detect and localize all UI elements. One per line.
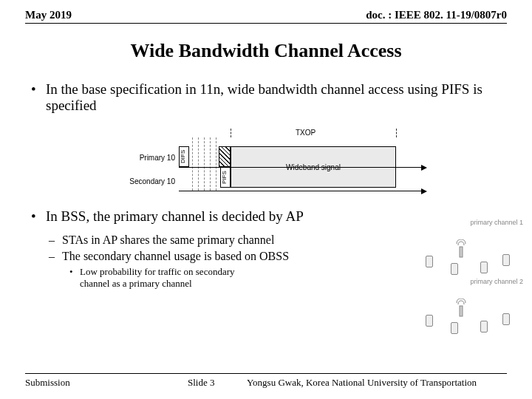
txop-tick-right	[396, 129, 397, 137]
bullet-sub-1: – STAs in AP shares the same primary cha…	[49, 233, 356, 247]
bullet-main-1-text: In the base specification in 11n, wide b…	[46, 81, 510, 114]
guide-line	[204, 137, 205, 191]
slide-footer: Submission Slide 3 Yongsu Gwak, Korea Na…	[0, 377, 532, 389]
secondary-channel-label: Secondary 10	[116, 177, 175, 185]
slide-header: May 2019 doc. : IEEE 802. 11-19/0807r0	[0, 0, 532, 23]
station-icon	[480, 262, 488, 273]
station-icon	[426, 256, 433, 267]
station-icon	[451, 263, 458, 275]
bullet-sub-1-text: STAs in AP shares the same primary chann…	[62, 233, 274, 247]
difs-box: DIFS	[179, 146, 189, 167]
station-icon	[480, 321, 488, 332]
footer-submission: Submission	[25, 377, 188, 389]
arrow-right-icon	[421, 188, 427, 194]
station-icon	[502, 313, 510, 325]
time-axis-primary	[179, 167, 423, 168]
bullet-main-2: • In BSS, the primary channel is decided…	[31, 208, 510, 225]
network-illustration: primary channel 1 primary channel 2	[415, 226, 522, 352]
txop-label: TXOP	[296, 129, 316, 137]
header-date: May 2019	[25, 9, 72, 21]
guide-line	[198, 137, 199, 191]
guide-line	[192, 137, 193, 191]
primary-channel-2-label: primary channel 2	[470, 278, 523, 285]
time-axis-secondary	[179, 191, 423, 191]
ap-icon	[455, 239, 467, 259]
station-icon	[426, 315, 433, 327]
bullet-sub-2-text: The secondary channel usage is based on …	[62, 250, 289, 263]
network-row-2: primary channel 2	[415, 285, 522, 332]
guide-line	[216, 137, 216, 191]
primary-channel-1-label: primary channel 1	[470, 219, 523, 226]
slide-title: Wide Bandwidth Channel Access	[0, 40, 532, 62]
network-row-1: primary channel 1	[415, 226, 522, 273]
footer-author: Yongsu Gwak, Korea National University o…	[247, 377, 507, 389]
bullet-main-2-text: In BSS, the primary channel is decided b…	[46, 208, 304, 225]
guide-line	[210, 137, 211, 191]
ap-icon	[455, 299, 467, 318]
header-docid: doc. : IEEE 802. 11-19/0807r0	[366, 9, 507, 21]
backoff-hatched	[219, 146, 231, 167]
dash-icon: –	[49, 250, 62, 263]
primary-channel-label: Primary 10	[116, 154, 175, 162]
bullet-main-1: • In the base specification in 11n, wide…	[31, 81, 510, 114]
arrow-right-icon	[421, 165, 427, 171]
footer-rule	[25, 373, 507, 374]
svg-rect-1	[460, 306, 463, 316]
pifs-box: PIFS	[220, 167, 231, 188]
timing-diagram: TXOP Primary 10 Secondary 10 DIFS PIFS W…	[31, 123, 510, 202]
bullet-dot-icon: •	[69, 266, 80, 290]
bullet-dot-icon: •	[31, 81, 46, 114]
bullet-subsub-1: • Low probability for traffic on seconda…	[69, 266, 356, 290]
station-icon	[451, 322, 458, 334]
station-icon	[502, 254, 510, 266]
header-rule	[25, 23, 507, 24]
txop-tick-left	[231, 129, 231, 137]
dash-icon: –	[49, 233, 62, 247]
svg-rect-0	[460, 247, 463, 257]
footer-slide-number: Slide 3	[188, 377, 247, 389]
bullet-subsub-1-text: Low probability for traffic on secondary…	[80, 266, 235, 290]
bullet-sub-2: – The secondary channel usage is based o…	[49, 250, 356, 263]
bullet-dot-icon: •	[31, 208, 46, 225]
